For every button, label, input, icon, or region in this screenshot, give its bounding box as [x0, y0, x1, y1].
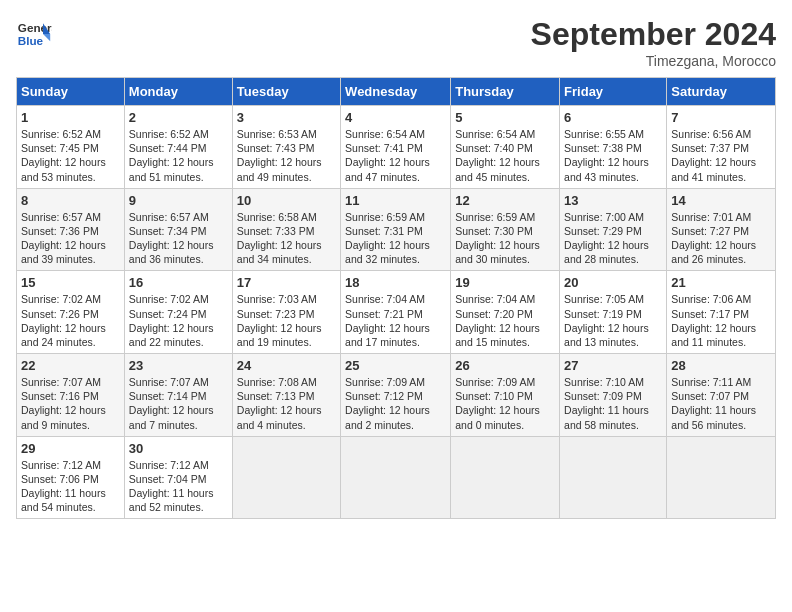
- week-row-1: 1Sunrise: 6:52 AM Sunset: 7:45 PM Daylig…: [17, 106, 776, 189]
- day-number: 11: [345, 193, 446, 208]
- col-header-friday: Friday: [560, 78, 667, 106]
- day-info: Sunrise: 7:07 AM Sunset: 7:14 PM Dayligh…: [129, 375, 228, 432]
- col-header-sunday: Sunday: [17, 78, 125, 106]
- calendar-cell: [232, 436, 340, 519]
- calendar-cell: 15Sunrise: 7:02 AM Sunset: 7:26 PM Dayli…: [17, 271, 125, 354]
- day-number: 21: [671, 275, 771, 290]
- day-info: Sunrise: 7:04 AM Sunset: 7:21 PM Dayligh…: [345, 292, 446, 349]
- day-number: 28: [671, 358, 771, 373]
- day-info: Sunrise: 7:01 AM Sunset: 7:27 PM Dayligh…: [671, 210, 771, 267]
- calendar-cell: [667, 436, 776, 519]
- calendar-cell: 21Sunrise: 7:06 AM Sunset: 7:17 PM Dayli…: [667, 271, 776, 354]
- day-number: 29: [21, 441, 120, 456]
- calendar-cell: 20Sunrise: 7:05 AM Sunset: 7:19 PM Dayli…: [560, 271, 667, 354]
- calendar-cell: 1Sunrise: 6:52 AM Sunset: 7:45 PM Daylig…: [17, 106, 125, 189]
- day-info: Sunrise: 6:56 AM Sunset: 7:37 PM Dayligh…: [671, 127, 771, 184]
- col-header-monday: Monday: [124, 78, 232, 106]
- day-info: Sunrise: 6:57 AM Sunset: 7:34 PM Dayligh…: [129, 210, 228, 267]
- calendar-cell: 5Sunrise: 6:54 AM Sunset: 7:40 PM Daylig…: [451, 106, 560, 189]
- calendar-cell: 4Sunrise: 6:54 AM Sunset: 7:41 PM Daylig…: [341, 106, 451, 189]
- day-number: 8: [21, 193, 120, 208]
- day-number: 3: [237, 110, 336, 125]
- day-number: 30: [129, 441, 228, 456]
- logo: General Blue: [16, 16, 52, 52]
- day-info: Sunrise: 7:02 AM Sunset: 7:24 PM Dayligh…: [129, 292, 228, 349]
- calendar-cell: [560, 436, 667, 519]
- calendar-cell: 28Sunrise: 7:11 AM Sunset: 7:07 PM Dayli…: [667, 354, 776, 437]
- calendar-cell: 14Sunrise: 7:01 AM Sunset: 7:27 PM Dayli…: [667, 188, 776, 271]
- day-info: Sunrise: 7:11 AM Sunset: 7:07 PM Dayligh…: [671, 375, 771, 432]
- calendar-cell: 18Sunrise: 7:04 AM Sunset: 7:21 PM Dayli…: [341, 271, 451, 354]
- day-info: Sunrise: 6:54 AM Sunset: 7:40 PM Dayligh…: [455, 127, 555, 184]
- day-number: 6: [564, 110, 662, 125]
- day-number: 9: [129, 193, 228, 208]
- calendar-cell: 17Sunrise: 7:03 AM Sunset: 7:23 PM Dayli…: [232, 271, 340, 354]
- day-number: 20: [564, 275, 662, 290]
- calendar-cell: 30Sunrise: 7:12 AM Sunset: 7:04 PM Dayli…: [124, 436, 232, 519]
- day-number: 5: [455, 110, 555, 125]
- day-info: Sunrise: 7:09 AM Sunset: 7:12 PM Dayligh…: [345, 375, 446, 432]
- logo-icon: General Blue: [16, 16, 52, 52]
- day-info: Sunrise: 6:52 AM Sunset: 7:44 PM Dayligh…: [129, 127, 228, 184]
- calendar-cell: 22Sunrise: 7:07 AM Sunset: 7:16 PM Dayli…: [17, 354, 125, 437]
- week-row-4: 22Sunrise: 7:07 AM Sunset: 7:16 PM Dayli…: [17, 354, 776, 437]
- day-info: Sunrise: 6:55 AM Sunset: 7:38 PM Dayligh…: [564, 127, 662, 184]
- calendar-cell: 8Sunrise: 6:57 AM Sunset: 7:36 PM Daylig…: [17, 188, 125, 271]
- day-number: 10: [237, 193, 336, 208]
- week-row-5: 29Sunrise: 7:12 AM Sunset: 7:06 PM Dayli…: [17, 436, 776, 519]
- month-title: September 2024: [531, 16, 776, 53]
- day-info: Sunrise: 7:00 AM Sunset: 7:29 PM Dayligh…: [564, 210, 662, 267]
- day-number: 25: [345, 358, 446, 373]
- day-number: 16: [129, 275, 228, 290]
- day-info: Sunrise: 7:05 AM Sunset: 7:19 PM Dayligh…: [564, 292, 662, 349]
- day-info: Sunrise: 7:08 AM Sunset: 7:13 PM Dayligh…: [237, 375, 336, 432]
- day-info: Sunrise: 7:04 AM Sunset: 7:20 PM Dayligh…: [455, 292, 555, 349]
- calendar-cell: 12Sunrise: 6:59 AM Sunset: 7:30 PM Dayli…: [451, 188, 560, 271]
- calendar-cell: 26Sunrise: 7:09 AM Sunset: 7:10 PM Dayli…: [451, 354, 560, 437]
- day-info: Sunrise: 6:58 AM Sunset: 7:33 PM Dayligh…: [237, 210, 336, 267]
- calendar-cell: 7Sunrise: 6:56 AM Sunset: 7:37 PM Daylig…: [667, 106, 776, 189]
- calendar-cell: [451, 436, 560, 519]
- col-header-thursday: Thursday: [451, 78, 560, 106]
- day-number: 12: [455, 193, 555, 208]
- calendar-table: SundayMondayTuesdayWednesdayThursdayFrid…: [16, 77, 776, 519]
- calendar-cell: 29Sunrise: 7:12 AM Sunset: 7:06 PM Dayli…: [17, 436, 125, 519]
- day-number: 27: [564, 358, 662, 373]
- day-info: Sunrise: 6:57 AM Sunset: 7:36 PM Dayligh…: [21, 210, 120, 267]
- svg-marker-3: [43, 34, 50, 41]
- day-info: Sunrise: 7:12 AM Sunset: 7:04 PM Dayligh…: [129, 458, 228, 515]
- day-info: Sunrise: 6:54 AM Sunset: 7:41 PM Dayligh…: [345, 127, 446, 184]
- calendar-cell: 9Sunrise: 6:57 AM Sunset: 7:34 PM Daylig…: [124, 188, 232, 271]
- day-number: 15: [21, 275, 120, 290]
- calendar-cell: 3Sunrise: 6:53 AM Sunset: 7:43 PM Daylig…: [232, 106, 340, 189]
- page-header: General Blue September 2024 Timezgana, M…: [16, 16, 776, 69]
- week-row-3: 15Sunrise: 7:02 AM Sunset: 7:26 PM Dayli…: [17, 271, 776, 354]
- calendar-cell: [341, 436, 451, 519]
- day-info: Sunrise: 7:03 AM Sunset: 7:23 PM Dayligh…: [237, 292, 336, 349]
- calendar-cell: 27Sunrise: 7:10 AM Sunset: 7:09 PM Dayli…: [560, 354, 667, 437]
- calendar-cell: 11Sunrise: 6:59 AM Sunset: 7:31 PM Dayli…: [341, 188, 451, 271]
- day-number: 4: [345, 110, 446, 125]
- col-header-tuesday: Tuesday: [232, 78, 340, 106]
- day-number: 1: [21, 110, 120, 125]
- day-info: Sunrise: 7:06 AM Sunset: 7:17 PM Dayligh…: [671, 292, 771, 349]
- calendar-cell: 6Sunrise: 6:55 AM Sunset: 7:38 PM Daylig…: [560, 106, 667, 189]
- day-number: 23: [129, 358, 228, 373]
- title-block: September 2024 Timezgana, Morocco: [531, 16, 776, 69]
- calendar-cell: 19Sunrise: 7:04 AM Sunset: 7:20 PM Dayli…: [451, 271, 560, 354]
- day-info: Sunrise: 7:10 AM Sunset: 7:09 PM Dayligh…: [564, 375, 662, 432]
- calendar-cell: 24Sunrise: 7:08 AM Sunset: 7:13 PM Dayli…: [232, 354, 340, 437]
- day-number: 2: [129, 110, 228, 125]
- day-number: 19: [455, 275, 555, 290]
- svg-text:Blue: Blue: [18, 34, 44, 47]
- calendar-cell: 2Sunrise: 6:52 AM Sunset: 7:44 PM Daylig…: [124, 106, 232, 189]
- day-info: Sunrise: 6:53 AM Sunset: 7:43 PM Dayligh…: [237, 127, 336, 184]
- calendar-cell: 25Sunrise: 7:09 AM Sunset: 7:12 PM Dayli…: [341, 354, 451, 437]
- day-number: 13: [564, 193, 662, 208]
- calendar-cell: 16Sunrise: 7:02 AM Sunset: 7:24 PM Dayli…: [124, 271, 232, 354]
- day-info: Sunrise: 6:59 AM Sunset: 7:31 PM Dayligh…: [345, 210, 446, 267]
- week-row-2: 8Sunrise: 6:57 AM Sunset: 7:36 PM Daylig…: [17, 188, 776, 271]
- day-info: Sunrise: 7:07 AM Sunset: 7:16 PM Dayligh…: [21, 375, 120, 432]
- location-subtitle: Timezgana, Morocco: [531, 53, 776, 69]
- calendar-cell: 23Sunrise: 7:07 AM Sunset: 7:14 PM Dayli…: [124, 354, 232, 437]
